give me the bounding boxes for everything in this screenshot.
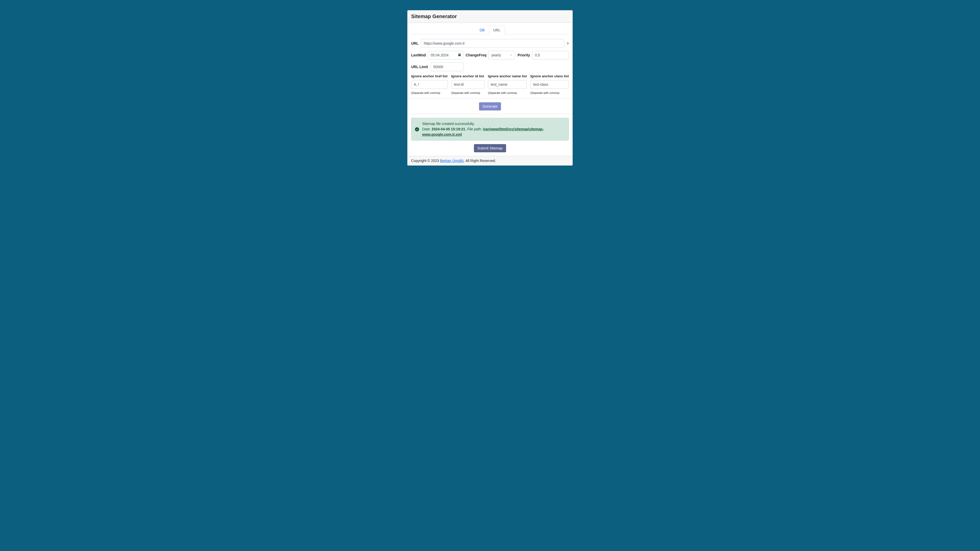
card-header: Sitemap Generator <box>407 11 573 23</box>
row-urllimit: URL Limit <box>411 62 569 71</box>
ignore-class-input[interactable] <box>530 80 569 89</box>
footer-suffix: . All Right Reserved. <box>464 159 496 163</box>
group-changefreq: ChangeFreq yearly <box>466 51 515 59</box>
card-body: DB URL URL > LastMod ChangeFreq <box>407 23 573 156</box>
alert-line1: Sitemap file created successfully. <box>422 121 565 127</box>
submit-row: Submit Sitemap <box>411 144 569 152</box>
alert-sep: , <box>465 127 467 131</box>
alert-body: Sitemap file created successfully. Date:… <box>422 121 565 137</box>
priority-label: Priority <box>517 53 530 57</box>
tabs: DB URL <box>411 26 569 35</box>
check-circle-icon <box>415 127 419 131</box>
ignore-class-col: Ignore anchor class list (Separate with … <box>530 74 569 95</box>
ignore-name-hint: (Separate with comma) <box>488 91 517 94</box>
ignore-href-col: Ignore anchor href list (Separate with c… <box>411 74 448 95</box>
alert-date-value: 2024-04-05 15:19:21 <box>431 127 465 131</box>
footer-prefix: Copyright © 2023 <box>411 159 440 163</box>
url-gt: > <box>567 41 569 45</box>
url-input[interactable] <box>421 39 564 48</box>
changefreq-label: ChangeFreq <box>466 53 487 57</box>
ignore-class-hint: (Separate with comma) <box>530 91 559 94</box>
page-title: Sitemap Generator <box>411 14 569 19</box>
ignore-class-label: Ignore anchor class list <box>530 74 569 78</box>
row-url: URL > <box>411 39 569 48</box>
changefreq-select-wrap: yearly <box>488 51 515 59</box>
ignore-id-hint: (Separate with comma) <box>451 91 480 94</box>
changefreq-select[interactable]: yearly <box>488 51 515 59</box>
urllimit-input[interactable] <box>431 62 464 71</box>
divider-1 <box>407 98 573 99</box>
group-lastmod: LastMod <box>411 51 463 59</box>
generate-row: Generate <box>411 102 569 110</box>
main-card: Sitemap Generator DB URL URL > LastMod <box>407 10 573 165</box>
ignore-id-label: Ignore anchor id list <box>451 74 484 78</box>
ignore-id-col: Ignore anchor id list (Separate with com… <box>451 74 484 95</box>
ignore-name-input[interactable] <box>488 80 527 89</box>
tab-url[interactable]: URL <box>489 26 505 35</box>
ignore-href-input[interactable] <box>411 80 448 89</box>
ignore-name-col: Ignore anchor name list (Separate with c… <box>488 74 527 95</box>
urllimit-label: URL Limit <box>411 65 428 69</box>
url-label: URL <box>411 41 418 45</box>
footer-author-link[interactable]: Berkan Ümütlü <box>440 159 464 163</box>
ignore-grid: Ignore anchor href list (Separate with c… <box>411 74 569 95</box>
submit-sitemap-button[interactable]: Submit Sitemap <box>474 144 506 152</box>
group-priority: Priority <box>517 51 569 59</box>
generate-button[interactable]: Generate <box>479 102 501 110</box>
lastmod-input[interactable] <box>428 51 463 59</box>
priority-input[interactable] <box>532 51 569 59</box>
lastmod-label: LastMod <box>411 53 426 57</box>
ignore-name-label: Ignore anchor name list <box>488 74 527 78</box>
divider-2 <box>407 114 573 114</box>
ignore-href-hint: (Separate with comma) <box>411 91 440 94</box>
alert-date-label: Date: <box>422 127 431 131</box>
row-meta: LastMod ChangeFreq yearly <box>411 51 569 59</box>
lastmod-input-wrap <box>428 51 463 59</box>
ignore-id-input[interactable] <box>451 80 484 89</box>
card-footer: Copyright © 2023 Berkan Ümütlü. All Righ… <box>407 156 573 165</box>
success-alert: Sitemap file created successfully. Date:… <box>411 118 569 141</box>
ignore-href-label: Ignore anchor href list <box>411 74 448 78</box>
tab-db[interactable]: DB <box>475 26 489 35</box>
alert-line2: Date: 2024-04-05 15:19:21, File path: /v… <box>422 127 565 137</box>
alert-path-label: File path: <box>467 127 483 131</box>
